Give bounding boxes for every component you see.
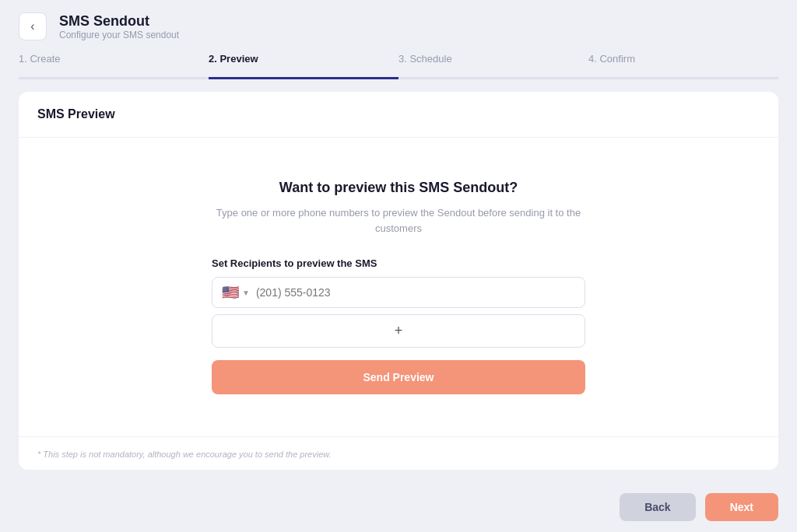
plus-icon: +: [395, 323, 403, 339]
back-label: Back: [644, 501, 670, 513]
flag-icon: 🇺🇸: [222, 284, 239, 301]
send-preview-label: Send Preview: [363, 371, 434, 383]
preview-description: Type one or more phone numbers to previe…: [212, 205, 585, 236]
card-footer: * This step is not mandatory, although w…: [19, 436, 778, 470]
chevron-down-icon: ▼: [242, 289, 250, 297]
step-create-label: 1. Create: [19, 53, 60, 71]
send-preview-button[interactable]: Send Preview: [212, 360, 585, 394]
step-confirm[interactable]: 4. Confirm: [588, 53, 778, 79]
step-schedule-label: 3. Schedule: [398, 53, 452, 71]
steps-nav: 1. Create 2. Preview 3. Schedule 4. Conf…: [0, 53, 797, 79]
next-button[interactable]: Next: [705, 493, 778, 521]
phone-input-row: 🇺🇸 ▼: [212, 277, 585, 308]
country-selector[interactable]: 🇺🇸 ▼: [222, 284, 250, 301]
preview-content: Want to preview this SMS Sendout? Type o…: [212, 180, 585, 394]
card-body: Want to preview this SMS Sendout? Type o…: [19, 138, 778, 436]
preview-title: Want to preview this SMS Sendout?: [279, 180, 518, 196]
chevron-left-icon: ‹: [30, 19, 34, 33]
step-confirm-label: 4. Confirm: [588, 53, 635, 71]
page-subtitle: Configure your SMS sendout: [59, 30, 179, 40]
phone-number-input[interactable]: [256, 286, 575, 299]
sms-preview-card: SMS Preview Want to preview this SMS Sen…: [19, 92, 778, 470]
step-create[interactable]: 1. Create: [19, 53, 209, 79]
main-content: SMS Preview Want to preview this SMS Sen…: [0, 92, 797, 482]
step-preview-label: 2. Preview: [209, 53, 258, 71]
add-recipient-button[interactable]: +: [212, 314, 585, 348]
next-label: Next: [730, 501, 753, 513]
back-button[interactable]: Back: [620, 493, 695, 521]
step-schedule[interactable]: 3. Schedule: [398, 53, 588, 79]
card-header: SMS Preview: [19, 92, 778, 138]
header-text: SMS Sendout Configure your SMS sendout: [59, 13, 179, 40]
card-title: SMS Preview: [37, 107, 760, 121]
bottom-bar: Back Next: [0, 482, 797, 532]
footer-note: * This step is not mandatory, although w…: [37, 450, 332, 459]
page-title: SMS Sendout: [59, 13, 179, 30]
header: ‹ SMS Sendout Configure your SMS sendout: [0, 0, 797, 53]
recipients-label: Set Recipients to preview the SMS: [212, 257, 377, 269]
header-back-button[interactable]: ‹: [19, 12, 47, 40]
step-preview[interactable]: 2. Preview: [209, 53, 398, 79]
